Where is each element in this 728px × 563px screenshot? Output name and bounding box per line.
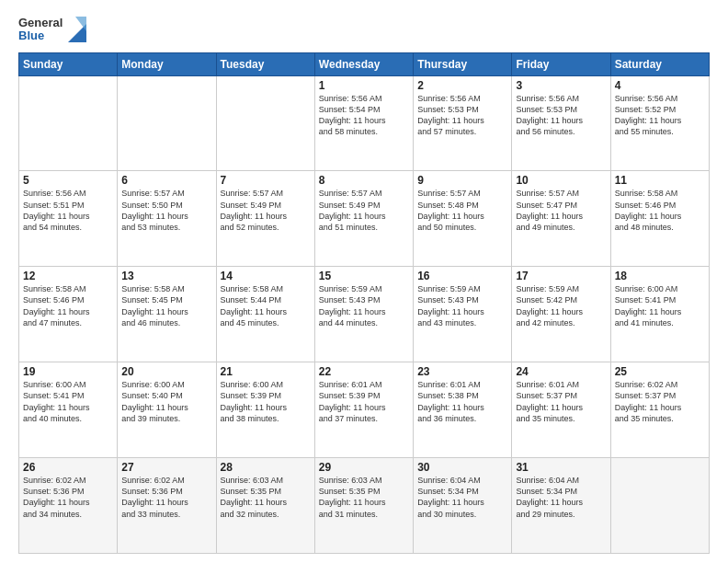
calendar-cell (610, 458, 709, 554)
day-number: 14 (221, 270, 311, 282)
calendar-cell: 4Sunrise: 5:56 AM Sunset: 5:52 PM Daylig… (610, 75, 709, 171)
day-number: 13 (121, 270, 211, 282)
calendar-cell: 7Sunrise: 5:57 AM Sunset: 5:49 PM Daylig… (216, 171, 314, 267)
cell-info: Sunrise: 6:04 AM Sunset: 5:34 PM Dayligh… (516, 475, 606, 520)
calendar-week-0: 1Sunrise: 5:56 AM Sunset: 5:54 PM Daylig… (19, 75, 710, 171)
calendar-cell: 16Sunrise: 5:59 AM Sunset: 5:43 PM Dayli… (414, 267, 512, 362)
day-number: 2 (417, 79, 507, 92)
calendar-cell: 9Sunrise: 5:57 AM Sunset: 5:48 PM Daylig… (414, 171, 512, 267)
cell-info: Sunrise: 5:58 AM Sunset: 5:44 PM Dayligh… (221, 283, 311, 328)
day-number: 30 (417, 461, 507, 474)
calendar-cell: 25Sunrise: 6:02 AM Sunset: 5:37 PM Dayli… (610, 362, 709, 458)
logo: GeneralBlue (18, 17, 86, 43)
day-number: 3 (516, 79, 606, 92)
cell-info: Sunrise: 5:56 AM Sunset: 5:52 PM Dayligh… (615, 93, 705, 138)
weekday-header-tuesday: Tuesday (216, 52, 314, 75)
calendar-cell: 8Sunrise: 5:57 AM Sunset: 5:49 PM Daylig… (314, 171, 413, 267)
calendar-cell: 18Sunrise: 6:00 AM Sunset: 5:41 PM Dayli… (610, 267, 709, 362)
calendar-cell: 1Sunrise: 5:56 AM Sunset: 5:54 PM Daylig… (314, 75, 413, 171)
logo-blue-text: Blue (18, 29, 63, 42)
calendar-week-1: 5Sunrise: 5:56 AM Sunset: 5:51 PM Daylig… (19, 171, 710, 267)
day-number: 6 (121, 174, 211, 187)
cell-info: Sunrise: 6:02 AM Sunset: 5:36 PM Dayligh… (23, 475, 113, 520)
cell-info: Sunrise: 6:00 AM Sunset: 5:39 PM Dayligh… (221, 379, 311, 424)
day-number: 1 (319, 79, 409, 92)
calendar-table: SundayMondayTuesdayWednesdayThursdayFrid… (18, 52, 710, 554)
calendar-cell (216, 75, 314, 171)
cell-info: Sunrise: 5:56 AM Sunset: 5:54 PM Dayligh… (319, 93, 409, 138)
logo-triangle-icon (68, 17, 86, 42)
calendar-cell: 22Sunrise: 6:01 AM Sunset: 5:39 PM Dayli… (314, 362, 413, 458)
cell-info: Sunrise: 6:04 AM Sunset: 5:34 PM Dayligh… (417, 475, 507, 520)
day-number: 7 (221, 174, 311, 187)
day-number: 31 (516, 461, 606, 474)
day-number: 5 (23, 174, 113, 187)
day-number: 19 (23, 365, 113, 378)
weekday-header-wednesday: Wednesday (314, 52, 413, 75)
calendar-cell: 24Sunrise: 6:01 AM Sunset: 5:37 PM Dayli… (512, 362, 610, 458)
cell-info: Sunrise: 6:03 AM Sunset: 5:35 PM Dayligh… (221, 475, 311, 520)
day-number: 23 (417, 365, 507, 378)
calendar-week-2: 12Sunrise: 5:58 AM Sunset: 5:46 PM Dayli… (19, 267, 710, 362)
cell-info: Sunrise: 5:59 AM Sunset: 5:43 PM Dayligh… (417, 283, 507, 328)
weekday-header-saturday: Saturday (610, 52, 709, 75)
calendar-cell: 10Sunrise: 5:57 AM Sunset: 5:47 PM Dayli… (512, 171, 610, 267)
day-number: 18 (615, 270, 705, 282)
cell-info: Sunrise: 6:02 AM Sunset: 5:37 PM Dayligh… (615, 379, 705, 424)
cell-info: Sunrise: 5:58 AM Sunset: 5:46 PM Dayligh… (23, 283, 113, 328)
weekday-header-row: SundayMondayTuesdayWednesdayThursdayFrid… (19, 52, 710, 75)
calendar-cell: 19Sunrise: 6:00 AM Sunset: 5:41 PM Dayli… (19, 362, 118, 458)
cell-info: Sunrise: 6:00 AM Sunset: 5:41 PM Dayligh… (23, 379, 113, 424)
day-number: 27 (121, 461, 211, 474)
day-number: 20 (121, 365, 211, 378)
calendar-cell (19, 75, 118, 171)
cell-info: Sunrise: 6:03 AM Sunset: 5:35 PM Dayligh… (319, 475, 409, 520)
calendar-cell: 3Sunrise: 5:56 AM Sunset: 5:53 PM Daylig… (512, 75, 610, 171)
calendar-cell: 11Sunrise: 5:58 AM Sunset: 5:46 PM Dayli… (610, 171, 709, 267)
calendar-cell: 26Sunrise: 6:02 AM Sunset: 5:36 PM Dayli… (19, 458, 118, 554)
cell-info: Sunrise: 5:58 AM Sunset: 5:46 PM Dayligh… (615, 188, 705, 233)
header: GeneralBlue (18, 17, 710, 43)
calendar-cell: 31Sunrise: 6:04 AM Sunset: 5:34 PM Dayli… (512, 458, 610, 554)
day-number: 15 (319, 270, 409, 282)
day-number: 28 (221, 461, 311, 474)
cell-info: Sunrise: 5:56 AM Sunset: 5:53 PM Dayligh… (417, 93, 507, 138)
day-number: 29 (319, 461, 409, 474)
cell-info: Sunrise: 5:57 AM Sunset: 5:49 PM Dayligh… (319, 188, 409, 233)
weekday-header-sunday: Sunday (19, 52, 118, 75)
cell-info: Sunrise: 5:57 AM Sunset: 5:49 PM Dayligh… (221, 188, 311, 233)
weekday-header-friday: Friday (512, 52, 610, 75)
calendar-cell: 20Sunrise: 6:00 AM Sunset: 5:40 PM Dayli… (118, 362, 216, 458)
day-number: 17 (516, 270, 606, 282)
cell-info: Sunrise: 6:02 AM Sunset: 5:36 PM Dayligh… (121, 475, 211, 520)
cell-info: Sunrise: 6:01 AM Sunset: 5:39 PM Dayligh… (319, 379, 409, 424)
calendar-cell: 5Sunrise: 5:56 AM Sunset: 5:51 PM Daylig… (19, 171, 118, 267)
weekday-header-thursday: Thursday (414, 52, 512, 75)
calendar-cell: 28Sunrise: 6:03 AM Sunset: 5:35 PM Dayli… (216, 458, 314, 554)
cell-info: Sunrise: 6:01 AM Sunset: 5:37 PM Dayligh… (516, 379, 606, 424)
calendar-cell: 30Sunrise: 6:04 AM Sunset: 5:34 PM Dayli… (414, 458, 512, 554)
day-number: 26 (23, 461, 113, 474)
calendar-cell: 29Sunrise: 6:03 AM Sunset: 5:35 PM Dayli… (314, 458, 413, 554)
calendar-cell (118, 75, 216, 171)
calendar-cell: 27Sunrise: 6:02 AM Sunset: 5:36 PM Dayli… (118, 458, 216, 554)
calendar-cell: 14Sunrise: 5:58 AM Sunset: 5:44 PM Dayli… (216, 267, 314, 362)
weekday-header-monday: Monday (118, 52, 216, 75)
day-number: 25 (615, 365, 705, 378)
cell-info: Sunrise: 5:57 AM Sunset: 5:48 PM Dayligh… (417, 188, 507, 233)
day-number: 10 (516, 174, 606, 187)
calendar-cell: 15Sunrise: 5:59 AM Sunset: 5:43 PM Dayli… (314, 267, 413, 362)
day-number: 16 (417, 270, 507, 282)
cell-info: Sunrise: 5:56 AM Sunset: 5:53 PM Dayligh… (516, 93, 606, 138)
cell-info: Sunrise: 6:00 AM Sunset: 5:40 PM Dayligh… (121, 379, 211, 424)
cell-info: Sunrise: 6:01 AM Sunset: 5:38 PM Dayligh… (417, 379, 507, 424)
cell-info: Sunrise: 5:58 AM Sunset: 5:45 PM Dayligh… (121, 283, 211, 328)
calendar-cell: 21Sunrise: 6:00 AM Sunset: 5:39 PM Dayli… (216, 362, 314, 458)
cell-info: Sunrise: 5:59 AM Sunset: 5:43 PM Dayligh… (319, 283, 409, 328)
day-number: 9 (417, 174, 507, 187)
cell-info: Sunrise: 5:57 AM Sunset: 5:50 PM Dayligh… (121, 188, 211, 233)
day-number: 4 (615, 79, 705, 92)
calendar-week-4: 26Sunrise: 6:02 AM Sunset: 5:36 PM Dayli… (19, 458, 710, 554)
calendar-cell: 17Sunrise: 5:59 AM Sunset: 5:42 PM Dayli… (512, 267, 610, 362)
day-number: 22 (319, 365, 409, 378)
